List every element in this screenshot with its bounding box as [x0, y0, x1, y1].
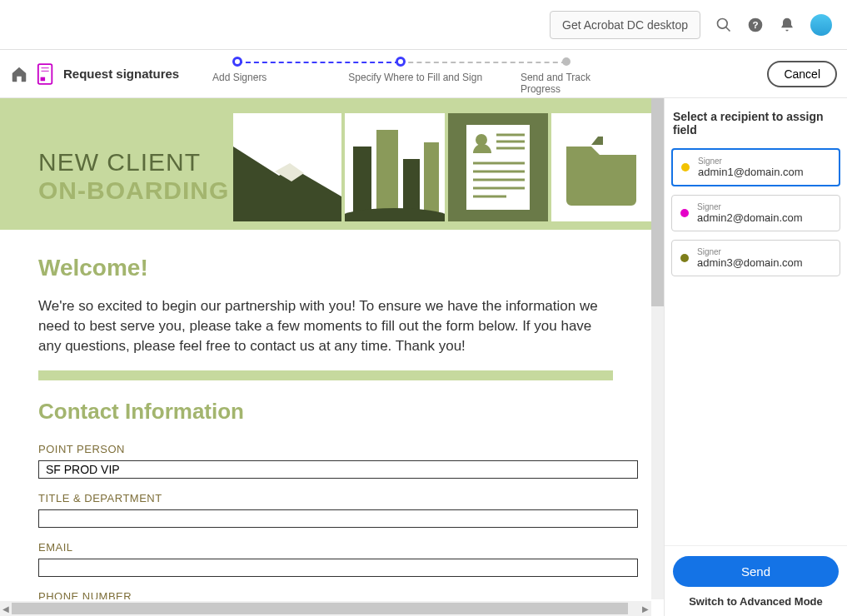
- email-field[interactable]: [38, 559, 638, 577]
- switch-advanced-mode-link[interactable]: Switch to Advanced Mode: [673, 595, 839, 608]
- phone-label: PHONE NUMBER: [38, 590, 613, 599]
- recipients-panel: Select a recipient to assign field Signe…: [664, 98, 847, 616]
- hero-title-line1: NEW CLIENT: [38, 148, 229, 176]
- recipient-email: admin2@domain.com: [697, 211, 803, 224]
- point-person-field[interactable]: [38, 460, 638, 479]
- recipient-color-dot: [680, 209, 689, 217]
- progress-stepper: Add Signers Specify Where to Fill and Si…: [212, 57, 629, 95]
- svg-rect-5: [41, 77, 46, 81]
- svg-text:?: ?: [752, 19, 758, 30]
- recipients-list: Signeradmin1@domain.comSigneradmin2@doma…: [665, 148, 847, 545]
- avatar[interactable]: [810, 14, 832, 36]
- scroll-right-arrow-icon[interactable]: ▶: [640, 604, 651, 614]
- welcome-text: We're so excited to begin our partnershi…: [38, 296, 613, 355]
- help-icon[interactable]: ?: [747, 17, 764, 33]
- request-signatures-icon: [37, 63, 55, 85]
- notifications-icon[interactable]: [779, 17, 795, 33]
- svg-rect-4: [38, 64, 52, 84]
- recipient-card[interactable]: Signeradmin2@domain.com: [671, 195, 840, 231]
- search-icon[interactable]: [715, 17, 732, 33]
- contact-info-heading: Contact Information: [38, 399, 613, 425]
- recipient-role: Signer: [698, 156, 804, 166]
- scroll-left-arrow-icon[interactable]: ◀: [0, 604, 12, 614]
- title-department-field[interactable]: [38, 509, 638, 528]
- step-label-2: Specify Where to Fill and Sign: [348, 72, 521, 95]
- recipient-color-dot: [681, 163, 690, 171]
- recipient-email: admin3@domain.com: [697, 256, 803, 269]
- hero-title-line2: ON-BOARDING: [38, 176, 229, 205]
- send-button[interactable]: Send: [673, 556, 839, 587]
- home-icon[interactable]: [10, 65, 28, 83]
- document-viewport[interactable]: NEW CLIENT ON-BOARDING: [0, 98, 651, 599]
- app-header: Get Acrobat DC desktop ?: [0, 0, 847, 50]
- step-node-add-signers: [232, 57, 242, 67]
- step-label-3: Send and Track Progress: [521, 72, 629, 95]
- svg-rect-13: [424, 142, 439, 221]
- horizontal-scrollbar-thumb[interactable]: [12, 603, 628, 614]
- tool-bar: Request signatures Add Signers Specify W…: [0, 50, 847, 98]
- welcome-heading: Welcome!: [38, 255, 613, 281]
- hero-image-handshake: [233, 113, 341, 221]
- recipient-card[interactable]: Signeradmin1@domain.com: [671, 148, 840, 186]
- svg-rect-11: [376, 130, 398, 221]
- recipients-panel-heading: Select a recipient to assign field: [665, 98, 847, 148]
- document-pane: NEW CLIENT ON-BOARDING: [0, 98, 664, 616]
- document-hero: NEW CLIENT ON-BOARDING: [0, 98, 651, 230]
- svg-point-0: [718, 18, 728, 28]
- email-label: EMAIL: [38, 541, 613, 554]
- vertical-scrollbar[interactable]: [651, 98, 664, 599]
- page-title: Request signatures: [63, 67, 179, 81]
- step-node-send-track: [562, 57, 570, 66]
- svg-point-17: [476, 134, 487, 146]
- point-person-label: POINT PERSON: [38, 443, 613, 455]
- recipient-role: Signer: [697, 202, 803, 211]
- main-area: NEW CLIENT ON-BOARDING: [0, 98, 847, 616]
- recipient-email: admin1@domain.com: [698, 166, 804, 178]
- step-label-1: Add Signers: [212, 72, 348, 95]
- section-divider: [38, 370, 613, 380]
- get-acrobat-desktop-button[interactable]: Get Acrobat DC desktop: [550, 11, 700, 39]
- step-node-specify-fields: [396, 57, 406, 67]
- recipient-role: Signer: [697, 247, 803, 256]
- svg-line-1: [726, 27, 730, 31]
- vertical-scrollbar-thumb[interactable]: [651, 98, 664, 306]
- cancel-button[interactable]: Cancel: [767, 61, 837, 87]
- horizontal-scrollbar[interactable]: ◀ ▶: [0, 601, 651, 616]
- recipient-card[interactable]: Signeradmin3@domain.com: [671, 240, 840, 276]
- recipient-color-dot: [680, 254, 689, 262]
- hero-image-skyline: [345, 113, 445, 221]
- title-department-label: TITLE & DEPARTMENT: [38, 492, 613, 504]
- hero-image-document: [448, 113, 548, 221]
- hero-image-folder: [551, 113, 651, 221]
